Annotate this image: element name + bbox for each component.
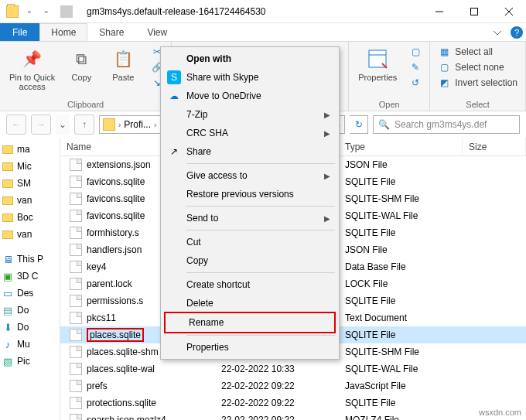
quick-access-toolbar: ▫ ▫	[0, 5, 82, 18]
menu-share[interactable]: ↗Share	[163, 142, 336, 161]
file-type: JavaScript File	[339, 381, 463, 391]
file-row[interactable]: prefs22-02-2022 09:22JavaScript File	[60, 377, 526, 394]
menu-give-access[interactable]: Give access to▶	[163, 166, 336, 185]
chevron-icon: ›	[118, 121, 121, 129]
tree-item[interactable]: ⬇Do	[2, 319, 58, 336]
up-button[interactable]: ↑	[74, 114, 94, 135]
select-none-button[interactable]: ▢Select none	[436, 60, 519, 74]
col-size[interactable]: Size	[463, 138, 526, 155]
group-clipboard: 📌 Pin to Quick access ⧉ Copy 📋 Paste ✂ 🔗…	[0, 42, 172, 111]
file-date: 22-02-2022 09:22	[215, 381, 339, 391]
properties-button[interactable]: Properties	[355, 45, 400, 84]
tree-item[interactable]: ▭Des	[2, 285, 58, 302]
back-button[interactable]: ←	[6, 114, 26, 135]
tab-view[interactable]: View	[135, 23, 179, 41]
maximize-button[interactable]	[456, 0, 491, 23]
file-row[interactable]: search.json.mozlz422-02-2022 09:22MOZLZ4…	[60, 411, 526, 420]
menu-copy[interactable]: Copy	[163, 251, 336, 270]
tab-home[interactable]: Home	[39, 23, 87, 41]
close-button[interactable]	[491, 0, 526, 23]
history-button[interactable]: ↺	[408, 76, 423, 90]
search-placeholder: Search gm3ms4ys.def	[394, 119, 487, 130]
help-button[interactable]: ?	[507, 23, 526, 41]
paste-button[interactable]: 📋 Paste	[104, 45, 142, 84]
menu-restore-versions[interactable]: Restore previous versions	[163, 185, 336, 203]
tree-item[interactable]: ma	[2, 141, 58, 158]
pin-quick-access-button[interactable]: 📌 Pin to Quick access	[6, 45, 58, 93]
menu-cut[interactable]: Cut	[163, 233, 336, 251]
file-name: search.json.mozlz4	[87, 415, 166, 420]
chevron-right-icon: ▶	[324, 129, 330, 138]
file-name: places.sqlite-shm	[87, 347, 159, 357]
tree-this-pc[interactable]: 🖥This P	[2, 251, 58, 268]
menu-properties[interactable]: Properties	[163, 338, 336, 357]
skype-icon: S	[167, 70, 181, 84]
tree-item[interactable]: Boc	[2, 209, 58, 226]
file-name: protections.sqlite	[87, 398, 156, 408]
paste-icon: 📋	[111, 46, 135, 71]
copy-icon: ⧉	[69, 46, 94, 71]
tree-item[interactable]: SM	[2, 175, 58, 192]
menu-delete[interactable]: Delete	[163, 294, 336, 312]
history-icon: ↺	[409, 77, 422, 89]
file-type: Data Base File	[339, 261, 463, 272]
menu-share-skype[interactable]: SShare with Skype	[163, 68, 336, 87]
file-name: formhistory.s	[87, 227, 139, 238]
qat-item[interactable]: ▫	[40, 5, 53, 18]
select-all-button[interactable]: ▦Select all	[436, 45, 519, 59]
titlebar: ▫ ▫ gm3ms4ys.default-release-16417244645…	[0, 0, 526, 23]
tree-item[interactable]: ▣3D C	[2, 268, 58, 285]
tree-item[interactable]: van	[2, 226, 58, 243]
minimize-button[interactable]	[422, 0, 456, 23]
search-box[interactable]: 🔍 Search gm3ms4ys.def	[373, 115, 520, 134]
nav-tree[interactable]: ma Mic SM van Boc van 🖥This P ▣3D C ▭Des…	[0, 138, 60, 420]
file-name: places.sqlite-wal	[87, 364, 155, 374]
invert-selection-button[interactable]: ◩Invert selection	[436, 76, 519, 90]
ribbon-expand[interactable]	[487, 23, 507, 41]
recent-dropdown[interactable]: ⌄	[56, 114, 70, 135]
menu-send-to[interactable]: Send to▶	[163, 209, 336, 227]
tree-item[interactable]: ♪Mu	[2, 336, 58, 353]
file-row[interactable]: protections.sqlite22-02-2022 09:22SQLITE…	[60, 394, 526, 411]
tree-item[interactable]: ▤Do	[2, 302, 58, 319]
file-name: places.sqlite	[87, 330, 144, 340]
tab-share[interactable]: Share	[87, 23, 135, 41]
file-name: favicons.sqlite	[87, 176, 145, 187]
file-name: handlers.json	[87, 244, 142, 255]
pictures-icon: ▧	[2, 355, 14, 367]
menu-crc-sha[interactable]: CRC SHA▶	[163, 124, 336, 142]
edit-button[interactable]: ✎	[408, 60, 423, 74]
open-button[interactable]: ▢	[408, 45, 423, 59]
menu-move-onedrive[interactable]: ☁Move to OneDrive	[163, 87, 336, 105]
window-controls	[422, 0, 526, 23]
chevron-right-icon: ▶	[324, 214, 330, 223]
tab-file[interactable]: File	[0, 23, 39, 41]
file-type: MOZLZ4 File	[339, 415, 463, 420]
forward-button[interactable]: →	[31, 114, 51, 135]
group-select: ▦Select all ▢Select none ◩Invert selecti…	[430, 42, 526, 111]
file-row[interactable]: places.sqlite-wal22-02-2022 10:33SQLITE-…	[60, 360, 526, 377]
file-type: SQLITE File	[339, 398, 463, 408]
file-icon	[70, 278, 82, 290]
edit-icon: ✎	[409, 61, 422, 73]
group-label: Open	[355, 98, 423, 109]
menu-7zip[interactable]: 7-Zip▶	[163, 105, 336, 124]
menu-open-with[interactable]: Open with	[163, 50, 336, 68]
tree-item[interactable]: van	[2, 192, 58, 209]
menu-rename[interactable]: Rename	[166, 313, 334, 332]
file-icon	[70, 397, 82, 409]
share-icon: ↗	[167, 145, 181, 159]
file-icon	[70, 295, 82, 307]
copy-button[interactable]: ⧉ Copy	[63, 45, 100, 84]
tree-item[interactable]: ▧Pic	[2, 353, 58, 370]
menu-create-shortcut[interactable]: Create shortcut	[163, 275, 336, 294]
chevron-right-icon: ▶	[324, 172, 330, 180]
breadcrumb[interactable]: Profi...	[124, 119, 151, 130]
menu-separator	[186, 272, 335, 273]
tree-item[interactable]: Mic	[2, 158, 58, 175]
file-icon	[70, 312, 82, 324]
file-type: SQLITE File	[339, 330, 463, 340]
refresh-button[interactable]: ↻	[350, 115, 368, 134]
qat-item[interactable]: ▫	[23, 5, 36, 18]
col-type[interactable]: Type	[339, 138, 463, 155]
